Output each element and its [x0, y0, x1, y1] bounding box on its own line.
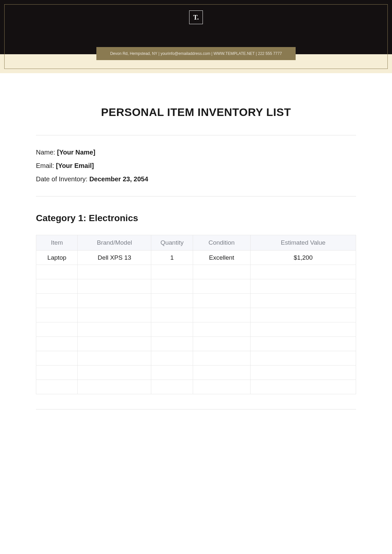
cell-brand — [78, 380, 151, 394]
cell-quantity — [151, 322, 193, 337]
inventory-table: Item Brand/Model Quantity Condition Esti… — [36, 235, 356, 394]
document-content: PERSONAL ITEM INVENTORY LIST Name: [Your… — [0, 73, 392, 423]
header-value: Estimated Value — [250, 235, 356, 251]
email-label: Email: — [36, 162, 56, 169]
cell-quantity — [151, 294, 193, 308]
contact-info-text: Devon Rd, Hempstead, NY | yourinfo@email… — [110, 51, 282, 56]
cell-value — [250, 337, 356, 351]
cell-condition — [193, 351, 250, 366]
cell-brand — [78, 279, 151, 294]
cell-condition — [193, 294, 250, 308]
cell-value — [250, 351, 356, 366]
cell-item — [36, 265, 78, 279]
table-row — [36, 380, 356, 394]
table-row — [36, 308, 356, 322]
cell-item — [36, 366, 78, 380]
date-row: Date of Inventory: December 23, 2054 — [36, 175, 356, 183]
cell-item — [36, 308, 78, 322]
cell-brand — [78, 351, 151, 366]
cell-brand: Dell XPS 13 — [78, 251, 151, 265]
cell-condition — [193, 337, 250, 351]
header-black-band — [0, 0, 392, 54]
date-value: December 23, 2054 — [89, 175, 148, 183]
cell-item — [36, 279, 78, 294]
cell-condition — [193, 279, 250, 294]
header-item: Item — [36, 235, 78, 251]
cell-condition — [193, 322, 250, 337]
cell-quantity — [151, 380, 193, 394]
divider-mid — [36, 196, 356, 197]
cell-brand — [78, 265, 151, 279]
name-label: Name: — [36, 149, 57, 156]
name-value: [Your Name] — [57, 149, 95, 156]
table-header-row: Item Brand/Model Quantity Condition Esti… — [36, 235, 356, 251]
category-title: Category 1: Electronics — [36, 213, 356, 223]
header-brand: Brand/Model — [78, 235, 151, 251]
cell-brand — [78, 366, 151, 380]
header-condition: Condition — [193, 235, 250, 251]
personal-info-section: Name: [Your Name] Email: [Your Email] Da… — [36, 136, 356, 196]
page-title: PERSONAL ITEM INVENTORY LIST — [36, 106, 356, 119]
cell-quantity — [151, 279, 193, 294]
table-body: LaptopDell XPS 131Excellent$1,200 — [36, 251, 356, 394]
cell-condition: Excellent — [193, 251, 250, 265]
cell-value — [250, 322, 356, 337]
email-value: [Your Email] — [56, 162, 94, 169]
name-row: Name: [Your Name] — [36, 149, 356, 156]
document-header: T. Devon Rd, Hempstead, NY | yourinfo@em… — [0, 0, 392, 73]
cell-condition — [193, 366, 250, 380]
contact-info-bar: Devon Rd, Hempstead, NY | yourinfo@email… — [96, 47, 296, 60]
cell-quantity — [151, 366, 193, 380]
date-label: Date of Inventory: — [36, 175, 89, 183]
header-quantity: Quantity — [151, 235, 193, 251]
cell-condition — [193, 380, 250, 394]
cell-brand — [78, 308, 151, 322]
cell-value — [250, 308, 356, 322]
cell-condition — [193, 308, 250, 322]
logo-text: T. — [193, 14, 199, 21]
cell-brand — [78, 294, 151, 308]
cell-value: $1,200 — [250, 251, 356, 265]
cell-brand — [78, 322, 151, 337]
cell-value — [250, 279, 356, 294]
logo-box: T. — [189, 10, 203, 24]
table-row — [36, 265, 356, 279]
email-row: Email: [Your Email] — [36, 162, 356, 170]
cell-brand — [78, 337, 151, 351]
table-row — [36, 322, 356, 337]
cell-item — [36, 294, 78, 308]
cell-quantity — [151, 265, 193, 279]
cell-value — [250, 294, 356, 308]
table-row — [36, 337, 356, 351]
table-row — [36, 366, 356, 380]
cell-value — [250, 366, 356, 380]
table-row — [36, 279, 356, 294]
table-row — [36, 351, 356, 366]
cell-item — [36, 337, 78, 351]
table-row: LaptopDell XPS 131Excellent$1,200 — [36, 251, 356, 265]
cell-item — [36, 351, 78, 366]
cell-quantity: 1 — [151, 251, 193, 265]
cell-quantity — [151, 351, 193, 366]
divider-bottom — [36, 409, 356, 410]
cell-item — [36, 322, 78, 337]
cell-value — [250, 380, 356, 394]
table-row — [36, 294, 356, 308]
cell-condition — [193, 265, 250, 279]
cell-quantity — [151, 308, 193, 322]
cell-value — [250, 265, 356, 279]
cell-item: Laptop — [36, 251, 78, 265]
cell-item — [36, 380, 78, 394]
cell-quantity — [151, 337, 193, 351]
